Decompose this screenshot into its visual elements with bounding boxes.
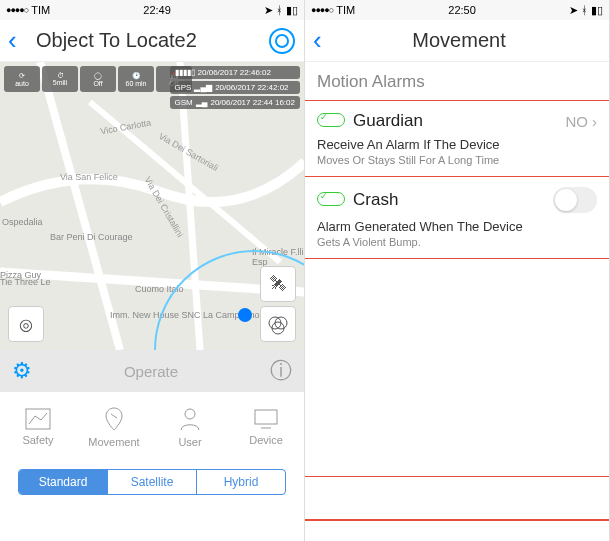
carrier-label: TIM <box>336 4 355 16</box>
divider <box>305 476 609 477</box>
locate-button[interactable]: ◎ <box>8 306 44 342</box>
clock-label: 22:50 <box>448 4 476 16</box>
pin-icon <box>101 406 127 432</box>
battery-icon: ▮▯ <box>286 4 298 17</box>
location-dot <box>238 308 252 322</box>
svg-rect-5 <box>255 410 277 424</box>
row-subdesc: Gets A Violent Bump. <box>317 236 597 248</box>
row-value: NO› <box>566 113 598 130</box>
map-view[interactable]: Vico Carlotta Via Dei Sartoriali Via San… <box>0 62 304 350</box>
operate-bar: ⚙ Operate ⓘ <box>0 350 304 392</box>
segment-hybrid[interactable]: Hybrid <box>197 470 285 494</box>
tab-movement[interactable]: Movement <box>76 392 152 462</box>
tabs: Safety Movement User Device <box>0 392 304 462</box>
segment-satellite[interactable]: Satellite <box>108 470 197 494</box>
battery-icon: ▮▮▮▮▯ <box>175 68 195 77</box>
svg-point-4 <box>185 409 195 419</box>
row-guardian[interactable]: Guardian NO› Receive An Alarm If The Dev… <box>305 101 609 176</box>
strip-gps: GPS▂▄▆20/06/2017 22:42:02 <box>170 81 300 94</box>
nav-bar: ‹ Object To Locate2 <box>0 20 304 62</box>
tab-label: Safety <box>22 434 53 446</box>
operate-label[interactable]: Operate <box>40 363 262 380</box>
venn-icon <box>267 313 289 335</box>
row-title: Crash <box>353 190 398 210</box>
badge-5mili[interactable]: ⏱5mili <box>42 66 78 92</box>
bluetooth-icon: ᚼ <box>581 4 588 16</box>
poi-label: Bar Peni Di Courage <box>50 232 133 242</box>
chart-icon <box>25 408 51 430</box>
info-button[interactable]: ⓘ <box>270 356 292 386</box>
poi-label: Tie Three Le <box>0 277 51 287</box>
tab-label: Movement <box>88 436 139 448</box>
back-button[interactable]: ‹ <box>8 25 32 56</box>
map-badges: ⟳auto ⏱5mili ◯Off 🕑60 min 📅Off <box>4 66 192 92</box>
map-type-segment: Standard Satellite Hybrid <box>0 462 304 502</box>
crash-toggle[interactable] <box>553 187 597 213</box>
tab-user[interactable]: User <box>152 392 228 462</box>
section-header: Motion Alarms <box>305 62 609 100</box>
toggle-check-icon <box>317 113 345 129</box>
badge-auto[interactable]: ⟳auto <box>4 66 40 92</box>
status-bar: ●●●●○ TIM 22:49 ➤ ᚼ ▮▯ <box>0 0 304 20</box>
satellite-button[interactable]: 🛰 <box>260 266 296 302</box>
device-icon <box>253 408 279 430</box>
poi-label: Ospedalia <box>2 217 43 227</box>
bluetooth-icon: ᚼ <box>276 4 283 16</box>
row-desc: Alarm Generated When The Device <box>317 219 597 234</box>
page-title: Movement <box>337 29 577 52</box>
tab-device[interactable]: Device <box>228 392 304 462</box>
page-title: Object To Locate2 <box>32 29 268 52</box>
signal-dots-icon: ●●●●○ <box>311 5 333 15</box>
right-screen: ●●●●○ TIM 22:50 ➤ ᚼ ▮▯ ‹ Movement Motion… <box>305 0 610 541</box>
target-button[interactable] <box>268 27 296 55</box>
settings-button[interactable]: ⚙ <box>12 358 32 384</box>
left-screen: ●●●●○ TIM 22:49 ➤ ᚼ ▮▯ ‹ Object To Locat… <box>0 0 305 541</box>
battery-icon: ▮▯ <box>591 4 603 17</box>
road-label: Via San Felice <box>60 172 118 182</box>
row-subdesc: Moves Or Stays Still For A Long Time <box>317 154 597 166</box>
tab-label: Device <box>249 434 283 446</box>
strip-gsm: GSM▂▄20/06/2017 22:44 16:02 <box>170 96 300 109</box>
location-arrow-icon: ➤ <box>264 4 273 17</box>
toggle-check-icon <box>317 192 345 208</box>
back-button[interactable]: ‹ <box>313 25 337 56</box>
target-icon <box>269 28 295 54</box>
divider <box>305 519 609 521</box>
status-bar: ●●●●○ TIM 22:50 ➤ ᚼ ▮▯ <box>305 0 609 20</box>
carrier-label: TIM <box>31 4 50 16</box>
svg-rect-3 <box>26 409 50 429</box>
row-title: Guardian <box>353 111 423 131</box>
info-strips: ▮▮▮▮▯20/06/2017 22:46:02 GPS▂▄▆20/06/201… <box>170 66 300 109</box>
strip-battery: ▮▮▮▮▯20/06/2017 22:46:02 <box>170 66 300 79</box>
tab-label: User <box>178 436 201 448</box>
row-desc: Receive An Alarm If The Device <box>317 137 597 152</box>
clock-label: 22:49 <box>143 4 171 16</box>
location-arrow-icon: ➤ <box>569 4 578 17</box>
nav-bar: ‹ Movement <box>305 20 609 62</box>
badge-off[interactable]: ◯Off <box>80 66 116 92</box>
user-icon <box>177 406 203 432</box>
chevron-right-icon: › <box>592 113 597 130</box>
segment-standard[interactable]: Standard <box>19 470 108 494</box>
signal-dots-icon: ●●●●○ <box>6 5 28 15</box>
layers-button[interactable] <box>260 306 296 342</box>
tab-safety[interactable]: Safety <box>0 392 76 462</box>
badge-60min[interactable]: 🕑60 min <box>118 66 154 92</box>
row-crash[interactable]: Crash Alarm Generated When The Device Ge… <box>305 177 609 258</box>
